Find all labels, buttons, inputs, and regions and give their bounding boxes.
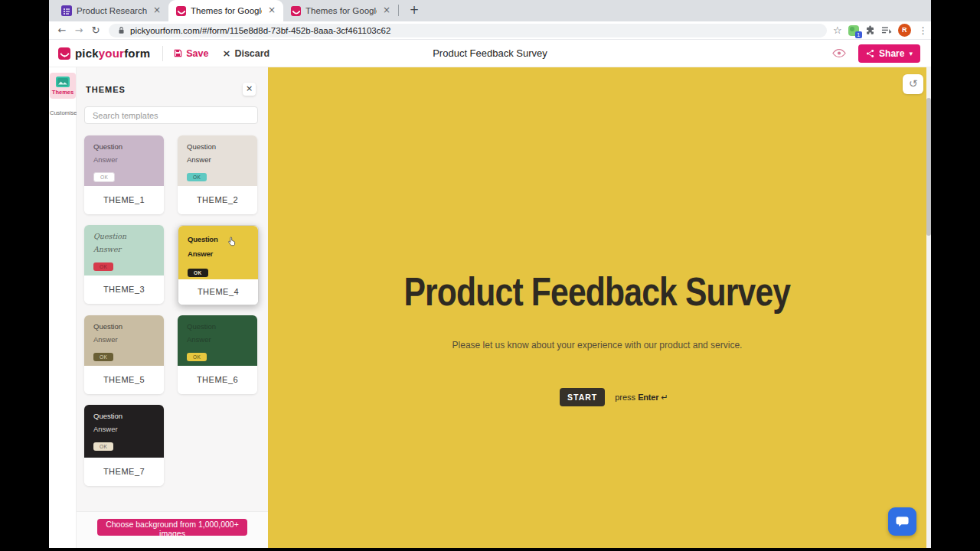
tab-strip: Product Research Survey - Go × Themes fo… [49, 0, 931, 21]
extension-badge: 1 [855, 31, 862, 38]
preview-question: Question [93, 322, 164, 331]
save-icon [174, 49, 182, 57]
tab-themes-2[interactable]: Themes for Google forms | Pic × [283, 0, 398, 21]
search-input[interactable] [84, 106, 258, 124]
theme-preview: Question Answer OK [178, 135, 257, 186]
cursor-pointer-icon [227, 236, 237, 247]
app-logo[interactable]: pickyourform [58, 47, 150, 60]
tab-product-research-survey[interactable]: Product Research Survey - Go × [54, 0, 168, 21]
app-header: pickyourform Save × Discard Product Feed… [49, 40, 931, 67]
press-enter-hint: press Enter ↵ [615, 393, 668, 403]
preview-ok-button: OK [187, 173, 207, 181]
url-text: pickyourform.com/#/form/115e8d8d-73bf-45… [130, 26, 390, 35]
tab-close-icon[interactable]: × [152, 5, 162, 16]
google-forms-icon [61, 5, 72, 16]
theme-card-4-selected[interactable]: Question Answer OK THEME_4 [178, 225, 259, 305]
chat-bubble-icon [895, 515, 910, 529]
browser-menu-icon[interactable]: ⋮ [917, 25, 929, 36]
themes-icon [56, 77, 70, 87]
theme-card-5[interactable]: Question Answer OK THEME_5 [84, 315, 164, 394]
bookmark-star-icon[interactable]: ☆ [833, 24, 842, 36]
url-field[interactable]: pickyourform.com/#/form/115e8d8d-73bf-45… [109, 24, 827, 37]
preview-ok-button: OK [187, 353, 207, 361]
preview-ok-button: OK [93, 172, 115, 182]
pickyourform-logo-icon [58, 47, 70, 60]
left-rail: Themes Customise [49, 67, 77, 548]
forward-button[interactable]: → [70, 24, 87, 36]
preview-ok-button: OK [93, 262, 113, 271]
theme-name: THEME_4 [178, 279, 258, 305]
preview-answer: Answer [187, 335, 257, 344]
screen: Product Research Survey - Go × Themes fo… [0, 0, 980, 551]
start-button[interactable]: START [560, 388, 605, 406]
preview-question: Question [187, 142, 257, 151]
preview-eye-icon[interactable] [832, 48, 846, 58]
save-button[interactable]: Save [174, 48, 208, 59]
chat-widget-button[interactable] [888, 507, 916, 536]
extensions-puzzle-icon[interactable] [865, 25, 875, 35]
lock-icon [118, 26, 125, 34]
preview-answer: Answer [188, 249, 258, 258]
scrollbar-thumb[interactable] [926, 98, 931, 236]
extension-green-icon[interactable]: 1 [848, 25, 859, 36]
new-tab-button[interactable]: + [407, 3, 422, 18]
start-row: START press Enter ↵ [560, 388, 668, 406]
theme-card-1[interactable]: Question Answer OK THEME_1 [84, 135, 164, 214]
header-divider [162, 46, 163, 61]
undo-button[interactable]: ↺ [903, 74, 923, 94]
choose-background-button[interactable]: Choose background from 1,000,000+ images [97, 519, 247, 536]
preview-ok-button: OK [188, 269, 208, 277]
theme-preview: Question Answer OK [84, 405, 164, 458]
form-preview-area: ↺ Product Feedback Survey Please let us … [268, 67, 931, 548]
preview-ok-button: OK [93, 442, 113, 451]
panel-title: THEMES [86, 85, 126, 94]
theme-card-6[interactable]: Question Answer OK THEME_6 [178, 315, 257, 394]
toolbar-icons: ☆ 1 R ⋮ [833, 24, 929, 37]
theme-card-3[interactable]: Question Answer OK THEME_3 [84, 225, 164, 304]
themes-panel: THEMES × Question Answer OK THEME_1 Ques… [77, 67, 268, 548]
profile-avatar[interactable]: R [898, 24, 911, 37]
discard-button[interactable]: × Discard [222, 47, 270, 59]
theme-preview: Question Answer OK [84, 225, 164, 276]
survey-title: Product Feedback Survey [268, 269, 926, 315]
sidebar-item-customise[interactable]: Customise [50, 104, 76, 119]
pickyourform-favicon [291, 6, 301, 16]
preview-question: Question [188, 235, 258, 243]
theme-card-7[interactable]: Question Answer OK THEME_7 [84, 405, 164, 486]
preview-answer: Answer [93, 245, 164, 253]
tab-themes-active[interactable]: Themes for Google forms | Pic × [168, 0, 283, 21]
discard-x-icon: × [222, 47, 230, 59]
survey-subtitle: Please let us know about your experience… [268, 340, 926, 350]
sidebar-item-label: Customise [50, 109, 76, 116]
theme-name: THEME_6 [178, 366, 257, 394]
share-label: Share [879, 48, 904, 59]
theme-preview: Question Answer OK [178, 315, 257, 366]
reload-button[interactable]: ↻ [87, 24, 104, 36]
browser-window: Product Research Survey - Go × Themes fo… [49, 0, 931, 548]
theme-name: THEME_1 [84, 186, 164, 214]
back-button[interactable]: ← [54, 24, 70, 36]
share-button[interactable]: Share ▾ [858, 44, 920, 63]
save-label: Save [186, 48, 208, 59]
theme-name: THEME_7 [84, 458, 164, 486]
sidebar-item-themes[interactable]: Themes [50, 73, 76, 99]
preview-answer: Answer [93, 335, 164, 344]
theme-name: THEME_5 [84, 366, 164, 394]
tab-title: Product Research Survey - Go [77, 6, 147, 15]
tab-close-icon[interactable]: × [381, 5, 392, 16]
preview-ok-button: OK [93, 353, 113, 361]
preview-answer: Answer [93, 425, 164, 433]
theme-name: THEME_3 [84, 276, 164, 304]
panel-close-button[interactable]: × [243, 83, 256, 96]
theme-name: THEME_2 [178, 186, 257, 214]
scrollbar-track[interactable] [926, 67, 931, 548]
theme-card-2[interactable]: Question Answer OK THEME_2 [178, 135, 257, 214]
tab-separator [398, 5, 399, 16]
address-bar: ← → ↻ pickyourform.com/#/form/115e8d8d-7… [49, 21, 931, 40]
media-playlist-icon[interactable] [881, 25, 892, 35]
discard-label: Discard [234, 48, 270, 59]
tab-close-icon[interactable]: × [266, 5, 277, 16]
preview-answer: Answer [187, 155, 257, 164]
preview-question: Question [93, 142, 164, 151]
preview-answer: Answer [93, 155, 164, 164]
